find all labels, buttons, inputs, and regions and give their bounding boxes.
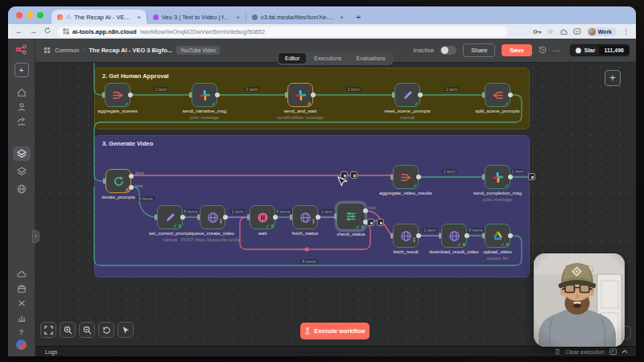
sidebar-item-layers[interactable]	[13, 164, 31, 179]
node-fetch-result[interactable]: fetch_result	[393, 224, 419, 248]
tab-close-icon[interactable]: ×	[236, 14, 240, 21]
edge-action-button[interactable]	[367, 219, 374, 226]
tab-close-icon[interactable]: ×	[340, 14, 344, 21]
edge-action-button[interactable]	[377, 219, 384, 226]
node-status: ⚠	[126, 187, 130, 192]
tab-evaluations[interactable]: Evaluations	[350, 53, 392, 64]
view-tabs: Editor Executions Evaluations	[277, 51, 394, 65]
output-port-done[interactable]	[129, 174, 134, 179]
new-tab-button[interactable]: +	[356, 12, 361, 22]
node-send-completion-msg[interactable]: ✓ send_completion_msg post: message	[485, 165, 510, 189]
pointer-tool-button[interactable]	[118, 322, 134, 338]
add-node-button[interactable]: +	[605, 70, 621, 86]
node-set-current-prompt[interactable]: ✓ 8 set_current_prompt manual	[157, 205, 183, 229]
avatar	[588, 28, 596, 35]
browser-tab-fal-media[interactable]: v3.fal.media/files/lion/Xe-Y1... ×	[246, 10, 349, 24]
history-icon[interactable]	[539, 46, 547, 56]
forward-button[interactable]: →	[30, 27, 37, 35]
extensions-icon[interactable]	[559, 27, 568, 35]
bookmark-star-icon[interactable]: ☆	[547, 27, 554, 35]
node-upload-video[interactable]: ✓ 8 upload_video upload: file	[485, 224, 510, 248]
active-toggle[interactable]	[440, 46, 456, 55]
edge-label: 8 items	[182, 209, 200, 214]
tab-search-icon[interactable]	[573, 27, 581, 35]
url-field[interactable]: ai-tools.app.n8n.cloud/workflow/IwOnqM2D…	[57, 27, 508, 37]
node-aggregate-scenes[interactable]: ✓ aggregate_scenes	[105, 83, 130, 107]
tab-close-icon[interactable]: ×	[137, 14, 141, 21]
browser-menu-icon[interactable]: ⋮	[622, 27, 630, 35]
workflow-title[interactable]: The Recap AI - VEO 3 Bigfo...	[89, 47, 173, 54]
edge-label: 1 item	[423, 228, 438, 232]
node-subtitle: manual	[355, 115, 460, 120]
output-port-true[interactable]	[363, 208, 368, 213]
http-globe-icon	[299, 212, 312, 224]
tab-executions[interactable]: Executions	[308, 53, 348, 64]
add-workflow-button[interactable]: +	[14, 63, 29, 77]
user-avatar[interactable]	[16, 339, 27, 350]
close-window-button[interactable]	[16, 12, 23, 19]
browser-tab-recap-ai[interactable]: ⚠ The Recap AI - VEO 3 Big... ×	[52, 10, 147, 24]
github-star-widget[interactable]: Star 111,496	[570, 44, 630, 56]
breadcrumb-project[interactable]: Common	[55, 47, 79, 54]
sidebar-item-projects-active[interactable]	[13, 146, 31, 161]
tab-editor[interactable]: Editor	[279, 53, 306, 64]
reload-button[interactable]	[44, 27, 51, 35]
logs-panel-bar[interactable]: Logs Clear execution	[35, 346, 636, 356]
node-download-result-video[interactable]: ✓ 8 download_result_video	[441, 224, 467, 248]
key-icon[interactable]	[533, 28, 542, 35]
project-icon	[43, 47, 51, 54]
node-send-and-wait[interactable]: ⚠ send_and_wait sendAndWait: message	[287, 83, 313, 107]
browser-tab-fal-veo3[interactable]: Veo 3 | Text to Video | fal.ai ×	[147, 10, 246, 24]
sidebar-item-home[interactable]	[13, 85, 31, 100]
node-check-status[interactable]: ✓ 8 check_status	[336, 203, 365, 230]
fit-view-button[interactable]	[40, 322, 56, 338]
sidebar-item-templates[interactable]	[13, 282, 31, 296]
node-fetch-status[interactable]: fetch_status	[292, 205, 318, 229]
sidebar-item-variables[interactable]	[13, 296, 31, 311]
zoom-in-button[interactable]	[60, 322, 76, 338]
zoom-window-button[interactable]	[37, 12, 43, 19]
back-button[interactable]: ←	[15, 27, 23, 35]
save-button[interactable]: Save	[502, 44, 532, 56]
edge-label: 8 items	[467, 228, 485, 232]
browser-profile-button[interactable]: Work	[587, 27, 617, 36]
panel-icon[interactable]	[609, 348, 617, 355]
edge-label: 1 item	[346, 87, 361, 92]
execute-workflow-label: Execute workflow	[314, 327, 365, 335]
node-split-scene-prompts[interactable]: ✓ split_scene_prompts	[485, 83, 510, 107]
clear-execution-button[interactable]: Clear execution	[565, 349, 605, 355]
node-label: aggregate_video_results	[361, 191, 450, 195]
edge-endpoint-button[interactable]	[528, 173, 535, 180]
minimize-window-button[interactable]	[27, 12, 33, 19]
undo-reset-button[interactable]	[98, 322, 114, 338]
edge-action-button[interactable]	[350, 171, 357, 179]
sidebar-item-personal[interactable]	[13, 100, 31, 114]
node-queue-create-video[interactable]: queue_create_video POST: https://queue.f…	[200, 205, 225, 229]
node-iterate-prompts[interactable]: ⚠ iterate_prompts	[105, 169, 131, 193]
workflow-tag[interactable]: YouTube Video	[176, 46, 220, 55]
node-reset-scene-prompts[interactable]: ✓ reset_scene_prompts manual	[394, 83, 420, 107]
sidebar-item-help[interactable]: ?	[13, 325, 31, 339]
zoom-out-button[interactable]	[79, 322, 95, 338]
node-aggregate-video-results[interactable]: ✓ aggregate_video_results	[393, 165, 419, 189]
node-label: send_narrative_msg	[160, 109, 249, 113]
sidebar-item-insights[interactable]	[13, 311, 31, 325]
chevron-up-icon[interactable]	[621, 349, 628, 354]
sidebar-collapse-handle[interactable]: ›	[32, 230, 39, 243]
node-status: ✓ 8	[457, 241, 465, 247]
share-button[interactable]: Share	[463, 43, 495, 57]
node-send-narrative-msg[interactable]: ✓ send_narrative_msg post: message	[192, 83, 217, 107]
sidebar-item-cloud-admin[interactable]	[13, 267, 31, 282]
sidebar-item-shared[interactable]	[13, 114, 31, 129]
http-globe-icon	[207, 212, 219, 224]
node-label: iterate_prompts	[74, 195, 163, 200]
execute-workflow-button[interactable]: Execute workflow	[300, 323, 369, 339]
app-sidebar: + ?	[8, 39, 35, 356]
more-options-icon[interactable]: ⋯	[553, 47, 560, 55]
pause-wait-icon	[257, 212, 269, 224]
sidebar-item-network[interactable]	[13, 182, 31, 196]
logs-label[interactable]: Logs	[45, 349, 57, 355]
breadcrumb-separator: /	[83, 47, 85, 54]
split-out-icon	[492, 89, 504, 101]
node-wait[interactable]: ✓ 8 wait	[250, 205, 275, 229]
